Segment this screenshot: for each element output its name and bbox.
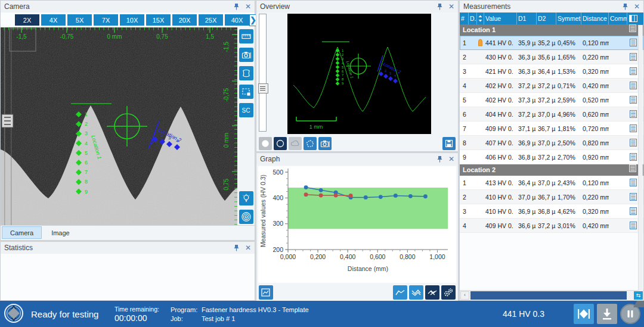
scrollbar-thumb[interactable] (470, 291, 627, 300)
group-comment-icon[interactable] (629, 164, 636, 176)
cell-distance: 0,220 mm (581, 194, 609, 201)
column-header-value[interactable]: Value (484, 13, 517, 24)
graph-settings-button[interactable] (441, 285, 456, 300)
comment-icon[interactable] (627, 153, 639, 161)
measurement-row[interactable]: 4402 HV 0.37,2 µ37,2 µ0,71%0,420 mm (460, 79, 643, 93)
comment-icon[interactable] (627, 39, 639, 46)
camera-live-image[interactable]: -1,5-0,750 mm0,751,5-1,5-0,750 mm0,75123… (1, 27, 237, 225)
column-header-comment[interactable]: Comme. (609, 13, 627, 24)
measurement-row[interactable]: 1413 HV 0.36,4 µ37,0 µ2,43%0,120 mm (460, 176, 643, 190)
column-chooser-icon[interactable] (627, 13, 639, 24)
pin-icon[interactable] (437, 155, 442, 163)
app-window: Camera ✕ 2X4X5X7X10X15X20X25X40X ❯ -1,5-… (0, 0, 644, 327)
group-comment-icon[interactable] (629, 24, 636, 36)
statistics-panel-header: Statistics ✕ (1, 242, 255, 254)
comment-icon[interactable] (627, 53, 639, 61)
slider-handle[interactable] (258, 83, 268, 94)
start-indent-button[interactable] (574, 304, 594, 324)
cell-value: 404 HV 0. (484, 111, 517, 118)
overview-capture-button[interactable] (318, 137, 332, 150)
cloud-overlay-button[interactable] (289, 137, 302, 150)
magnification-button-4x[interactable]: 4X (41, 14, 66, 26)
measurement-row[interactable]: 3410 HV 0.36,9 µ36,8 µ4,62%0,320 mm (460, 204, 643, 219)
pin-icon[interactable] (234, 244, 239, 251)
measurement-row[interactable]: 1441 HV 0.35,9 µ35,2 µ0,45%0,120 mm (460, 36, 643, 50)
measurement-row[interactable]: 6404 HV 0.37,2 µ37,0 µ4,96%0,620 mm (460, 107, 643, 122)
comment-icon[interactable] (627, 110, 639, 118)
focus-rings-button[interactable] (239, 210, 253, 224)
comment-icon[interactable] (627, 82, 639, 89)
comment-icon[interactable] (627, 96, 639, 104)
magnification-button-20x[interactable]: 20X (172, 14, 197, 26)
svg-text:300: 300 (273, 220, 283, 227)
tab-camera[interactable]: Camera (2, 226, 42, 239)
overview-map[interactable]: 123456789Location 11234Location 21 mm (287, 14, 431, 134)
contour-overlay-button[interactable] (304, 137, 317, 150)
pin-icon[interactable] (234, 3, 239, 10)
lower-stage-button[interactable] (597, 304, 617, 324)
column-header-d[interactable]: D... (469, 13, 477, 24)
line-chart-button[interactable] (393, 285, 407, 300)
cell-d2: 36,4 µ (537, 68, 556, 75)
measurement-row[interactable]: 7409 HV 0.37,1 µ36,7 µ1,81%0,720 mm (460, 122, 643, 136)
column-header-distance[interactable]: Distance (581, 13, 609, 24)
overview-zoom-slider[interactable] (259, 14, 267, 132)
comment-icon[interactable] (627, 207, 639, 215)
measurement-row[interactable]: 2410 HV 0.37,0 µ36,7 µ1,70%0,220 mm (460, 190, 643, 204)
comment-icon[interactable] (627, 67, 639, 75)
magnification-button-25x[interactable]: 25X (199, 14, 223, 26)
column-header-d1[interactable]: D1 (517, 13, 537, 24)
graph-report-button[interactable] (259, 285, 273, 300)
measurement-row[interactable]: 4409 HV 0.36,6 µ37,2 µ3,01%0,420 mm (460, 219, 643, 233)
svg-text:400: 400 (273, 194, 283, 201)
sort-icon[interactable] (477, 13, 484, 24)
comment-icon[interactable] (627, 193, 639, 201)
region-select-button[interactable] (239, 85, 253, 99)
ruler-tool-button[interactable] (239, 29, 253, 43)
close-icon[interactable]: ✕ (448, 155, 454, 163)
pin-icon[interactable] (437, 3, 442, 10)
cell-d1: 37,1 µ (517, 125, 537, 132)
capture-image-button[interactable] (239, 48, 253, 62)
comment-icon[interactable] (627, 139, 639, 147)
panel-corner-button[interactable]: ⇆ (634, 291, 643, 300)
magnification-button-7x[interactable]: 7X (94, 14, 118, 26)
close-icon[interactable]: ✕ (448, 3, 454, 10)
comment-icon[interactable] (627, 222, 639, 229)
vertical-scrollbar[interactable] (638, 25, 643, 291)
close-icon[interactable]: ✕ (245, 244, 251, 251)
save-overview-button[interactable] (442, 137, 456, 150)
surface-shape-button[interactable] (239, 66, 253, 80)
chart-limits-button[interactable] (425, 285, 439, 300)
group-row-location-1[interactable]: Location 1 (460, 24, 643, 36)
close-icon[interactable]: ✕ (634, 3, 640, 10)
tab-image[interactable]: Image (43, 226, 78, 239)
comment-icon[interactable] (627, 124, 639, 132)
svg-text:6: 6 (85, 160, 88, 166)
cell-d2: 36,7 µ (537, 194, 556, 201)
svg-text:Measured values (HV 0.3): Measured values (HV 0.3) (259, 175, 267, 247)
pin-icon[interactable] (623, 3, 628, 10)
show-filled-indents-button[interactable] (259, 137, 272, 150)
measurement-row[interactable]: 3421 HV 0.36,3 µ36,4 µ1,53%0,320 mm (460, 64, 643, 79)
illumination-button[interactable] (239, 191, 253, 205)
measurement-row[interactable]: 9406 HV 0.36,8 µ37,2 µ2,70%0,920 mm (460, 150, 643, 164)
measurement-row[interactable]: 8407 HV 0.36,9 µ37,0 µ2,50%0,820 mm (460, 136, 643, 150)
magnification-button-2x[interactable]: 2X (15, 14, 39, 26)
magnification-button-10x[interactable]: 10X (120, 14, 144, 26)
magnification-button-40x[interactable]: 40X (225, 14, 249, 26)
comment-icon[interactable] (627, 179, 639, 186)
sc-mode-button[interactable]: SC (239, 103, 253, 117)
column-header-d2[interactable]: D2 (537, 13, 556, 24)
scroll-left-arrow[interactable]: ‹ (460, 291, 469, 300)
column-header-symmetry[interactable]: Symmetry (556, 13, 581, 24)
measurement-row[interactable]: 5402 HV 0.37,3 µ37,2 µ2,59%0,520 mm (460, 93, 643, 107)
magnification-button-15x[interactable]: 15X (146, 14, 171, 26)
column-header-number[interactable]: # (460, 13, 469, 24)
magnification-button-5x[interactable]: 5X (67, 14, 92, 26)
area-chart-button[interactable] (409, 285, 423, 300)
group-row-location-2[interactable]: Location 2 (460, 164, 643, 176)
measurement-row[interactable]: 2430 HV 0.36,3 µ35,6 µ1,65%0,220 mm (460, 50, 643, 64)
close-icon[interactable]: ✕ (245, 3, 251, 10)
show-outline-indents-button[interactable] (274, 137, 287, 150)
